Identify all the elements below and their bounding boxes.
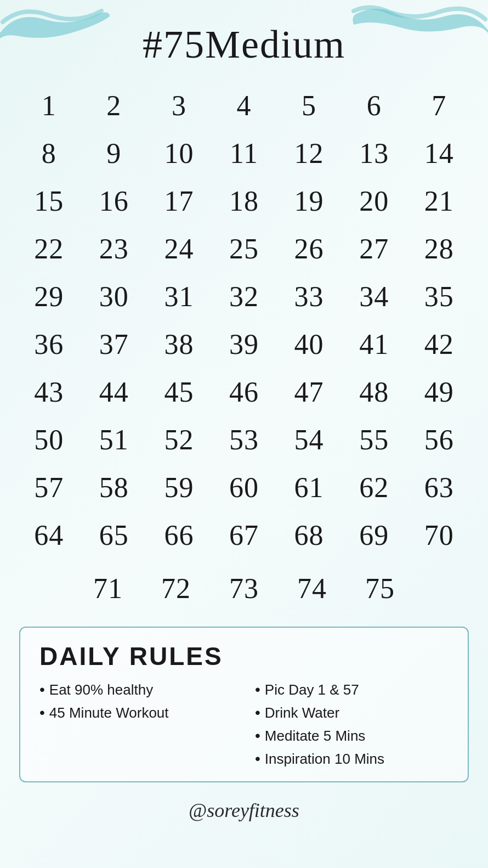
number-cell: 17 xyxy=(146,179,212,223)
rule-item: 45 Minute Workout xyxy=(39,704,233,722)
number-cell: 26 xyxy=(276,227,342,270)
number-cell: 36 xyxy=(16,323,82,366)
page-title: #75Medium xyxy=(143,22,345,67)
number-cell: 1 xyxy=(16,84,82,127)
daily-rules-title: DAILY RULES xyxy=(39,641,449,671)
daily-rules-box: DAILY RULES Eat 90% healthy45 Minute Wor… xyxy=(19,627,469,782)
number-cell: 37 xyxy=(82,323,147,366)
number-cell: 15 xyxy=(16,179,82,223)
number-cell: 38 xyxy=(146,323,212,366)
number-cell: 51 xyxy=(82,418,147,461)
number-cell: 12 xyxy=(276,132,342,175)
number-cell: 61 xyxy=(276,466,342,509)
number-cell: 67 xyxy=(212,514,277,557)
footer-handle: @soreyfitness xyxy=(189,799,299,822)
number-cell: 22 xyxy=(16,227,82,270)
number-cell: 7 xyxy=(406,84,472,127)
number-cell: 43 xyxy=(16,370,82,414)
number-cell: 27 xyxy=(342,227,407,270)
number-cell: 62 xyxy=(342,466,407,509)
number-cell: 34 xyxy=(342,275,407,318)
number-cell: 47 xyxy=(276,370,342,414)
number-cell: 58 xyxy=(82,466,147,509)
number-cell: 8 xyxy=(16,132,82,175)
number-cell: 44 xyxy=(82,370,147,414)
number-cell: 4 xyxy=(212,84,277,127)
number-cell: 24 xyxy=(146,227,212,270)
number-cell: 18 xyxy=(212,179,277,223)
number-cell: 5 xyxy=(276,84,342,127)
number-cell: 16 xyxy=(82,179,147,223)
number-cell: 28 xyxy=(406,227,472,270)
number-cell: 74 xyxy=(294,567,330,610)
last-row: 7172737475 xyxy=(16,567,472,610)
number-cell: 41 xyxy=(342,323,407,366)
number-cell: 59 xyxy=(146,466,212,509)
number-cell: 21 xyxy=(406,179,472,223)
number-cell: 64 xyxy=(16,514,82,557)
number-grid: 1234567891011121314151617181920212223242… xyxy=(16,84,472,557)
number-cell: 6 xyxy=(342,84,407,127)
number-cell: 56 xyxy=(406,418,472,461)
number-cell: 70 xyxy=(406,514,472,557)
rule-item: Pic Day 1 & 57 xyxy=(255,681,449,698)
number-cell: 39 xyxy=(212,323,277,366)
number-cell: 53 xyxy=(212,418,277,461)
number-cell: 66 xyxy=(146,514,212,557)
number-cell: 46 xyxy=(212,370,277,414)
number-cell: 60 xyxy=(212,466,277,509)
number-cell: 54 xyxy=(276,418,342,461)
number-cell: 31 xyxy=(146,275,212,318)
number-cell: 13 xyxy=(342,132,407,175)
number-cell: 55 xyxy=(342,418,407,461)
number-cell: 32 xyxy=(212,275,277,318)
number-cell: 48 xyxy=(342,370,407,414)
left-rules-column: Eat 90% healthy45 Minute Workout xyxy=(39,681,233,768)
rule-item: Inspiration 10 Mins xyxy=(255,750,449,768)
number-cell: 35 xyxy=(406,275,472,318)
rule-item: Eat 90% healthy xyxy=(39,681,233,698)
number-cell: 49 xyxy=(406,370,472,414)
number-cell: 9 xyxy=(82,132,147,175)
rules-columns: Eat 90% healthy45 Minute Workout Pic Day… xyxy=(39,681,449,768)
right-rules-column: Pic Day 1 & 57Drink WaterMeditate 5 Mins… xyxy=(255,681,449,768)
number-cell: 50 xyxy=(16,418,82,461)
rule-item: Drink Water xyxy=(255,704,449,722)
number-cell: 40 xyxy=(276,323,342,366)
number-cell: 68 xyxy=(276,514,342,557)
number-cell: 19 xyxy=(276,179,342,223)
number-cell: 52 xyxy=(146,418,212,461)
number-cell: 65 xyxy=(82,514,147,557)
number-cell: 33 xyxy=(276,275,342,318)
number-cell: 2 xyxy=(82,84,147,127)
number-cell: 73 xyxy=(226,567,262,610)
number-cell: 11 xyxy=(212,132,277,175)
main-content: #75Medium 123456789101112131415161718192… xyxy=(0,0,488,827)
number-cell: 69 xyxy=(342,514,407,557)
number-cell: 71 xyxy=(90,567,126,610)
number-cell: 45 xyxy=(146,370,212,414)
number-cell: 29 xyxy=(16,275,82,318)
number-cell: 42 xyxy=(406,323,472,366)
number-cell: 72 xyxy=(158,567,194,610)
number-cell: 20 xyxy=(342,179,407,223)
number-cell: 57 xyxy=(16,466,82,509)
number-cell: 3 xyxy=(146,84,212,127)
number-cell: 30 xyxy=(82,275,147,318)
number-cell: 25 xyxy=(212,227,277,270)
number-cell: 23 xyxy=(82,227,147,270)
number-cell: 75 xyxy=(362,567,398,610)
rule-item: Meditate 5 Mins xyxy=(255,727,449,745)
number-cell: 14 xyxy=(406,132,472,175)
number-cell: 63 xyxy=(406,466,472,509)
number-cell: 10 xyxy=(146,132,212,175)
